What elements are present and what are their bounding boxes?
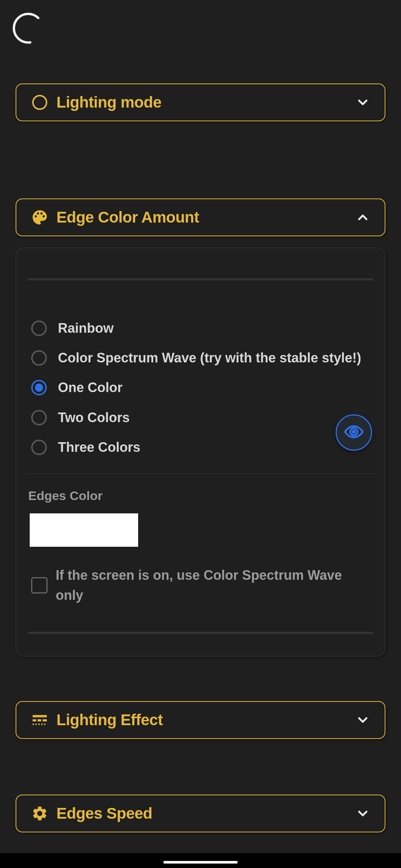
panel-divider <box>27 631 374 634</box>
svg-rect-7 <box>36 724 37 725</box>
chevron-down-icon <box>355 95 371 110</box>
edges-color-label: Edges Color <box>26 489 375 503</box>
bars-icon <box>30 711 49 729</box>
svg-rect-10 <box>44 724 46 725</box>
radio-button[interactable] <box>31 320 47 336</box>
panel-divider <box>27 278 374 280</box>
svg-rect-5 <box>43 719 47 721</box>
chevron-down-icon <box>355 712 371 728</box>
nav-handle[interactable] <box>163 861 238 864</box>
checkbox-label: If the screen is on, use Color Spectrum … <box>56 565 370 605</box>
radio-label: Rainbow <box>58 319 114 338</box>
svg-rect-9 <box>41 724 43 725</box>
section-title: Edges Speed <box>56 805 348 822</box>
section-title: Lighting Effect <box>56 711 348 729</box>
radio-button[interactable] <box>31 440 47 455</box>
section-edge-color-amount[interactable]: Edge Color Amount <box>16 198 385 236</box>
radio-option-one-color[interactable]: One Color <box>31 373 370 402</box>
radio-option-three-colors[interactable]: Three Colors <box>31 433 370 462</box>
svg-point-0 <box>14 14 42 42</box>
section-title: Lighting mode <box>56 93 348 111</box>
svg-rect-4 <box>38 719 41 721</box>
section-lighting-effect[interactable]: Lighting Effect <box>16 701 385 739</box>
edge-color-radio-group: Rainbow Color Spectrum Wave (try with th… <box>26 313 375 462</box>
checkbox[interactable] <box>31 577 48 594</box>
section-title: Edge Color Amount <box>56 208 348 226</box>
svg-rect-8 <box>38 724 40 725</box>
radio-option-rainbow[interactable]: Rainbow <box>31 313 370 343</box>
svg-rect-3 <box>33 719 36 721</box>
radio-label: Color Spectrum Wave (try with the stable… <box>58 348 361 368</box>
edges-color-swatch[interactable] <box>30 513 138 547</box>
radio-option-color-spectrum-wave[interactable]: Color Spectrum Wave (try with the stable… <box>31 343 370 373</box>
screen-on-checkbox-row[interactable]: If the screen is on, use Color Spectrum … <box>26 565 375 605</box>
moon-icon <box>30 93 49 112</box>
system-nav-bar <box>0 853 401 868</box>
svg-point-11 <box>352 430 356 434</box>
palette-icon <box>30 208 49 227</box>
radio-label: Three Colors <box>58 438 140 457</box>
svg-rect-2 <box>33 715 47 717</box>
preview-fab[interactable] <box>336 414 372 451</box>
svg-point-1 <box>33 96 47 109</box>
eye-icon <box>344 422 363 443</box>
chevron-up-icon <box>355 210 371 225</box>
radio-label: One Color <box>58 378 123 397</box>
chevron-down-icon <box>355 806 371 821</box>
radio-button[interactable] <box>31 410 47 425</box>
section-edges-speed[interactable]: Edges Speed <box>16 795 385 832</box>
divider <box>26 473 375 474</box>
section-lighting-mode[interactable]: Lighting mode <box>16 83 385 121</box>
radio-option-two-colors[interactable]: Two Colors <box>31 403 370 433</box>
loading-spinner <box>11 11 45 45</box>
radio-button[interactable] <box>31 350 47 366</box>
gear-icon <box>30 804 49 823</box>
radio-label: Two Colors <box>58 408 130 427</box>
svg-rect-6 <box>33 724 34 725</box>
edge-color-panel: Rainbow Color Spectrum Wave (try with th… <box>16 247 385 657</box>
radio-button[interactable] <box>31 380 47 395</box>
